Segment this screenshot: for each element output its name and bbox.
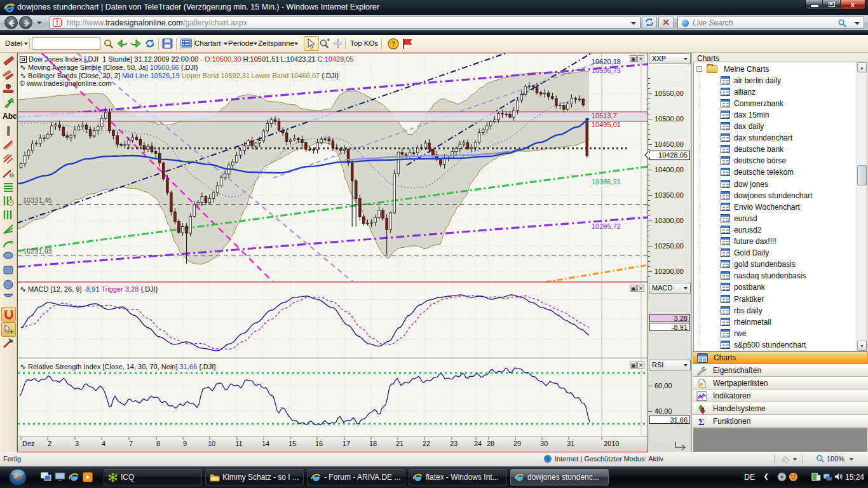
svg-text:2: 2	[48, 440, 51, 447]
svg-text:14: 14	[262, 440, 269, 447]
svg-text:Σ: Σ	[698, 417, 705, 426]
svg-text:29: 29	[513, 440, 521, 447]
svg-text:10331,45: 10331,45	[23, 196, 52, 204]
svg-text:4: 4	[102, 440, 105, 447]
svg-text:Abc: Abc	[3, 112, 17, 120]
svg-text:9: 9	[183, 440, 187, 447]
svg-text:22: 22	[423, 440, 430, 447]
svg-text:24: 24	[474, 440, 482, 447]
svg-text:Dez: Dez	[22, 440, 35, 447]
svg-text:10: 10	[208, 440, 215, 447]
svg-text:2010: 2010	[604, 440, 619, 447]
svg-text:8: 8	[156, 440, 160, 447]
svg-text:11: 11	[235, 440, 242, 447]
svg-text:10596,73: 10596,73	[592, 67, 621, 74]
svg-text:17: 17	[342, 440, 350, 447]
svg-text:10513,7: 10513,7	[592, 112, 617, 119]
svg-text:15: 15	[288, 440, 296, 447]
svg-text:16: 16	[315, 440, 323, 447]
svg-text:7: 7	[129, 440, 133, 447]
svg-text:21: 21	[396, 440, 403, 447]
svg-text:18: 18	[369, 440, 377, 447]
svg-text:30: 30	[540, 440, 548, 447]
svg-text:10620,18: 10620,18	[592, 58, 621, 65]
svg-text:10295,72: 10295,72	[592, 222, 621, 230]
svg-text:G: G	[10, 172, 14, 179]
svg-text:10495,01: 10495,01	[592, 121, 621, 128]
svg-text:10231,93: 10231,93	[23, 247, 52, 255]
svg-text:31: 31	[567, 440, 574, 447]
svg-text:10386,21: 10386,21	[592, 178, 621, 186]
svg-text:23: 23	[450, 440, 458, 447]
svg-text:28: 28	[487, 440, 494, 447]
svg-text:3: 3	[75, 440, 79, 447]
svg-text:?: ?	[391, 40, 396, 48]
